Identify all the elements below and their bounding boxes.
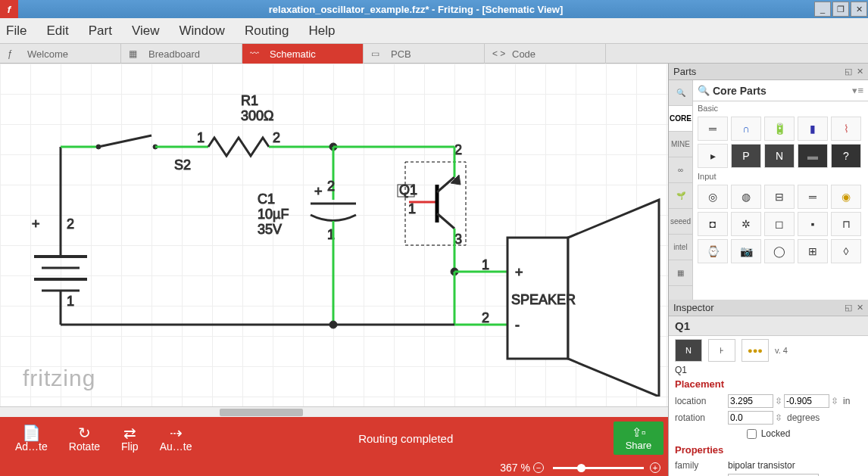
part-pot[interactable]: ◍ xyxy=(731,185,761,209)
btn-label: Ad…te xyxy=(15,440,48,453)
parts-search-tab[interactable]: 🔍 xyxy=(669,80,692,106)
part-electrolytic[interactable]: 🔋 xyxy=(764,117,795,141)
part-camera[interactable]: 📷 xyxy=(731,239,761,263)
routing-status: Routing completed xyxy=(202,432,609,445)
tab-breadboard[interactable]: ▦Breadboard xyxy=(121,44,242,64)
tab-welcome[interactable]: ƒWelcome xyxy=(0,44,121,64)
tab-code[interactable]: < >Code xyxy=(485,44,606,64)
parts-tab-seeed[interactable]: seeed xyxy=(669,209,692,235)
code-icon: < > xyxy=(492,48,506,59)
window-maximize-button[interactable]: ❐ xyxy=(832,2,849,17)
zoom-slider[interactable] xyxy=(553,467,644,469)
menu-help[interactable]: Help xyxy=(309,23,336,39)
part-timer[interactable]: ⌚ xyxy=(698,239,728,263)
inspector-thumb-schematic[interactable]: ⊦ xyxy=(708,339,735,362)
window-close-button[interactable]: ✕ xyxy=(851,2,867,17)
menubar: File Edit Part View Window Routing Help xyxy=(0,18,868,44)
autoroute-button[interactable]: ⇢Au…te xyxy=(160,424,192,453)
zoom-bar: 367 % − + xyxy=(0,459,668,476)
location-x-input[interactable] xyxy=(728,394,773,408)
part-connector[interactable]: ◘ xyxy=(698,212,728,236)
scrollbar-thumb[interactable] xyxy=(220,409,303,416)
window-minimize-button[interactable]: _ xyxy=(814,2,831,17)
part-sensor[interactable]: ◉ xyxy=(831,185,861,209)
spinner-icon[interactable]: ⇳ xyxy=(773,412,784,423)
switch-s2[interactable]: S2 xyxy=(96,135,191,173)
rotation-unit: degrees xyxy=(787,412,820,423)
menu-part[interactable]: Part xyxy=(89,23,112,39)
part-button[interactable]: ▪ xyxy=(798,212,828,236)
menu-file[interactable]: File xyxy=(6,23,27,39)
speaker-symbol[interactable]: SPEAKER + - 1 2 xyxy=(482,200,659,397)
spinner-icon[interactable]: ⇳ xyxy=(773,396,784,406)
part-ic[interactable]: ▬ xyxy=(798,144,828,168)
part-resistor2[interactable]: ═ xyxy=(798,185,828,209)
parts-grid-input: ◎ ◍ ⊟ ═ ◉ ◘ ✲ ◻ ▪ ⊓ ⌚ 📷 ◯ ⊞ ◊ xyxy=(693,183,868,265)
svg-text:+: + xyxy=(515,265,523,280)
part-mystery[interactable]: ? xyxy=(831,144,861,168)
rotate-button[interactable]: ↻Rotate xyxy=(69,424,100,453)
menu-routing[interactable]: Routing xyxy=(245,23,289,39)
zoom-out-button[interactable]: − xyxy=(533,462,544,473)
search-icon[interactable]: 🔍 xyxy=(698,85,713,96)
locked-checkbox[interactable] xyxy=(747,429,757,439)
flip-button[interactable]: ⇄Flip xyxy=(121,424,139,453)
part-inductor[interactable]: ⌇ xyxy=(831,117,861,141)
parts-menu-icon[interactable]: ▾≡ xyxy=(852,85,863,96)
svg-text:1: 1 xyxy=(482,257,489,272)
parts-tab-more[interactable]: ▦ xyxy=(669,260,692,286)
share-button[interactable]: ⇪▫ Share xyxy=(614,422,663,455)
zoom-in-button[interactable]: + xyxy=(650,462,660,473)
part-slider[interactable]: ⊟ xyxy=(764,185,795,209)
panel-close-icon[interactable]: ✕ xyxy=(857,303,863,313)
spinner-icon[interactable]: ⇳ xyxy=(829,396,840,406)
menu-window[interactable]: Window xyxy=(179,23,224,39)
tab-label: Breadboard xyxy=(148,48,200,60)
pcb-icon: ▭ xyxy=(371,48,385,59)
part-encoder[interactable]: ◎ xyxy=(698,185,728,209)
inspector-thumb-pcb[interactable]: ●●● xyxy=(742,339,769,362)
part-keypad[interactable]: ⊞ xyxy=(798,239,828,263)
parts-tab-sparkfun[interactable]: 🌱 xyxy=(669,183,692,209)
part-resistor[interactable]: ═ xyxy=(698,117,728,141)
app-icon: f xyxy=(0,0,18,18)
location-y-input[interactable] xyxy=(784,394,829,408)
parts-tab-mine[interactable]: MINE xyxy=(669,132,692,157)
battery-symbol[interactable]: + 2 1 xyxy=(32,147,87,325)
part-switch[interactable]: ⊓ xyxy=(831,212,861,236)
rotation-input[interactable] xyxy=(728,411,773,425)
zoom-slider-thumb[interactable] xyxy=(577,464,585,472)
schematic-canvas[interactable]: + 2 1 S2 R1 300Ω 1 xyxy=(0,64,668,406)
panel-close-icon[interactable]: ✕ xyxy=(857,67,863,76)
menu-edit[interactable]: Edit xyxy=(46,23,68,39)
menu-view[interactable]: View xyxy=(132,23,160,39)
tab-label: Welcome xyxy=(27,48,68,60)
svg-marker-46 xyxy=(568,200,659,397)
tab-pcb[interactable]: ▭PCB xyxy=(364,44,485,64)
part-crystal[interactable]: ▮ xyxy=(798,117,828,141)
horizontal-scrollbar[interactable] xyxy=(0,406,668,417)
parts-tab-arduino[interactable]: ∞ xyxy=(669,157,692,183)
panel-undock-icon[interactable]: ◱ xyxy=(845,303,852,313)
locked-label: Locked xyxy=(761,428,791,439)
parts-tab-core[interactable]: CORE xyxy=(669,106,692,132)
panel-undock-icon[interactable]: ◱ xyxy=(845,67,852,76)
location-label: location xyxy=(675,396,728,406)
part-capacitor[interactable]: ∩ xyxy=(731,117,761,141)
add-note-button[interactable]: 📄Ad…te xyxy=(15,424,48,453)
resistor-r1[interactable]: R1 300Ω 1 2 xyxy=(197,93,280,156)
part-transistor-p[interactable]: P xyxy=(731,144,761,168)
inspector-thumb-breadboard[interactable]: N xyxy=(675,339,702,362)
part-dial[interactable]: ✲ xyxy=(731,212,761,236)
tab-schematic[interactable]: 〰Schematic xyxy=(242,44,364,64)
part-jack[interactable]: ◻ xyxy=(764,212,795,236)
svg-text:2: 2 xyxy=(273,130,280,145)
category-input-label: Input xyxy=(693,170,868,183)
parts-tab-intel[interactable]: intel xyxy=(669,235,692,260)
part-transistor-n[interactable]: N xyxy=(764,144,795,168)
btn-label: Flip xyxy=(121,440,139,453)
part-mic[interactable]: ◯ xyxy=(764,239,795,263)
part-led[interactable]: ◊ xyxy=(831,239,861,263)
part-diode[interactable]: ▸ xyxy=(698,144,728,168)
capacitor-c1[interactable]: + C1 10µF 35V 2 1 xyxy=(258,179,356,242)
